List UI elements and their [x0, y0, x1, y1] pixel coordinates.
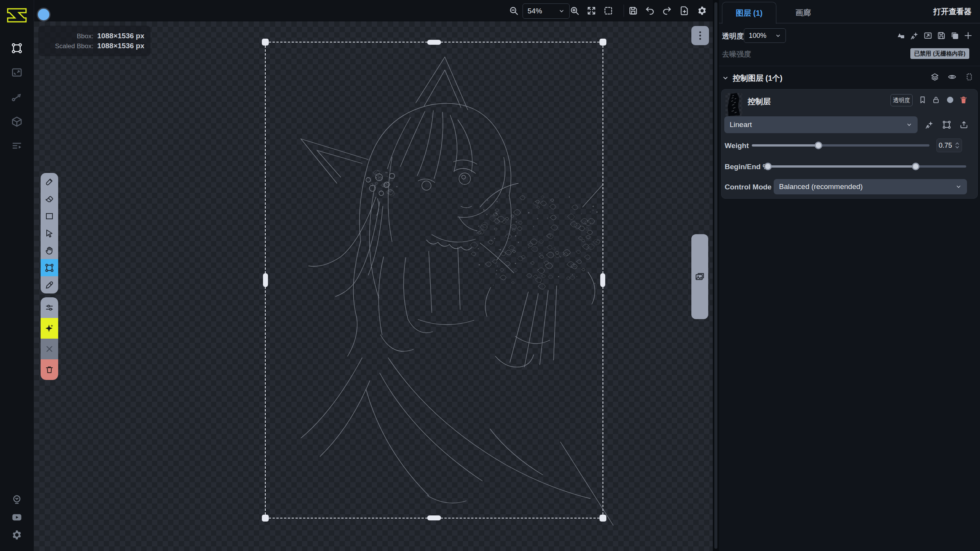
gallery-toggle-handle[interactable]	[691, 234, 708, 319]
duplicate-layer-icon[interactable]	[950, 31, 959, 40]
begin-end-label: Begin/End %	[725, 163, 769, 171]
bbox-tool-selected[interactable]	[41, 259, 58, 276]
nav-queue-tab[interactable]	[8, 138, 25, 155]
control-mode-select[interactable]: Balanced (recommended)	[774, 179, 967, 194]
move-tool[interactable]	[41, 225, 58, 242]
layers-stack-icon[interactable]	[931, 73, 939, 81]
redo-icon[interactable]	[662, 6, 672, 16]
opacity-label: 透明度	[722, 31, 744, 41]
chevron-down-icon	[559, 8, 565, 14]
color-indicator-circle[interactable]	[946, 96, 954, 104]
rect-tool[interactable]	[41, 207, 58, 225]
pan-hand-tool[interactable]	[41, 242, 58, 259]
control-model-select[interactable]: Lineart	[724, 116, 918, 133]
denoise-row: 去噪强度 已禁用 (无栅格内容)	[722, 48, 977, 61]
zoom-out-icon[interactable]	[509, 6, 519, 16]
zoom-in-icon[interactable]	[570, 6, 580, 16]
fit-bbox-icon[interactable]	[603, 6, 613, 16]
undo-icon[interactable]	[645, 6, 655, 16]
fit-to-view-icon[interactable]	[586, 6, 596, 16]
canvas-area[interactable]: Bbox: 1088×1536 px Scaled Bbox: 1088×153…	[34, 21, 713, 551]
chevron-down-icon	[722, 75, 729, 82]
canvas-settings-gear-icon[interactable]	[697, 6, 707, 16]
open-viewer-button[interactable]: 打开查看器	[933, 0, 972, 23]
process-filter-icon[interactable]	[925, 120, 934, 129]
toolbar-divider	[624, 5, 624, 17]
delete-layer-icon[interactable]	[959, 96, 968, 104]
bbox-handle-top[interactable]	[427, 40, 441, 45]
tab-gallery-label: 画廊	[795, 8, 811, 18]
generation-bbox[interactable]	[265, 42, 603, 518]
weight-value: 0.75	[937, 142, 954, 150]
zoom-level-value: 54%	[528, 7, 542, 15]
nav-models-tab[interactable]	[8, 113, 25, 130]
bbox-handle-top-right[interactable]	[599, 39, 606, 46]
nav-workflows-tab[interactable]	[8, 89, 25, 106]
weight-value-box[interactable]: 0.75	[936, 139, 962, 152]
nav-canvas-tab[interactable]	[8, 40, 25, 57]
eraser-tool[interactable]	[41, 190, 58, 207]
bbox-label: Bbox:	[77, 33, 93, 40]
end-thumb[interactable]	[912, 163, 920, 170]
begin-end-slider[interactable]	[768, 165, 966, 168]
add-layer-icon[interactable]	[964, 31, 973, 40]
kebab-dots-icon	[696, 31, 704, 41]
nav-upscaling-tab[interactable]	[8, 64, 25, 81]
delete-button[interactable]	[41, 359, 58, 380]
canvas-toolbar: 54%	[34, 0, 713, 21]
tab-layers-label: 图层 (1)	[736, 8, 763, 18]
fit-layer-frame-icon[interactable]	[965, 73, 973, 81]
denoise-disabled-badge: 已禁用 (无栅格内容)	[910, 48, 969, 59]
support-bulb-icon[interactable]	[8, 491, 25, 508]
bbox-value: 1088×1536 px	[97, 32, 144, 40]
crop-to-bbox-icon[interactable]	[923, 31, 933, 40]
right-panel: 图层 (1) 画廊 打开查看器 透明度 100% 去噪	[719, 0, 980, 551]
tab-gallery[interactable]: 画廊	[780, 2, 826, 23]
filter-settings-tool[interactable]	[41, 297, 58, 318]
bbox-handle-top-left[interactable]	[262, 39, 269, 46]
save-canvas-icon[interactable]	[628, 6, 638, 16]
tool-column	[41, 173, 58, 293]
scaled-bbox-label: Scaled Bbox:	[55, 42, 93, 50]
merge-shapes-icon[interactable]	[897, 31, 906, 40]
visibility-eye-icon[interactable]	[948, 73, 956, 81]
invoke-generate-button[interactable]	[41, 318, 58, 339]
bbox-handle-bottom-right[interactable]	[599, 515, 606, 522]
video-tutorials-icon[interactable]	[8, 509, 25, 526]
opacity-value: 100%	[749, 32, 766, 40]
layer-thumbnail[interactable]	[725, 93, 742, 116]
export-upload-icon[interactable]	[959, 120, 969, 129]
chevron-down-icon	[956, 184, 962, 190]
new-canvas-icon[interactable]	[679, 6, 689, 16]
zoom-level-select[interactable]: 54%	[523, 3, 570, 19]
opacity-select[interactable]: 100%	[744, 28, 786, 43]
lineart-drawing	[266, 42, 604, 519]
settings-gear-icon[interactable]	[8, 527, 25, 543]
weight-slider[interactable]	[752, 144, 929, 147]
filter-star-icon[interactable]	[910, 31, 919, 40]
weight-slider-thumb[interactable]	[815, 142, 822, 149]
canvas-menu-button[interactable]	[691, 26, 709, 45]
control-layer-card[interactable]: 控制层 透明度 Lineart Weight	[721, 89, 978, 199]
cancel-button[interactable]	[41, 339, 58, 359]
chevron-down-icon	[775, 33, 781, 39]
open-viewer-label: 打开查看器	[933, 7, 972, 17]
save-layer-icon[interactable]	[937, 31, 946, 40]
bbox-info-overlay: Bbox: 1088×1536 px Scaled Bbox: 1088×153…	[38, 26, 150, 56]
eyedropper-tool[interactable]	[41, 276, 58, 293]
unlock-icon[interactable]	[932, 96, 940, 104]
weight-stepper[interactable]	[954, 142, 962, 149]
bookmark-icon[interactable]	[918, 96, 927, 104]
bbox-handle-right[interactable]	[600, 273, 605, 287]
layer-opacity-chip[interactable]: 透明度	[890, 94, 913, 106]
fit-bbox-frame-icon[interactable]	[942, 120, 951, 129]
brush-tool[interactable]	[41, 173, 58, 190]
global-opacity-row: 透明度 100%	[722, 28, 977, 44]
queue-status-dot	[37, 8, 51, 21]
bbox-handle-left[interactable]	[263, 273, 268, 287]
tab-layers[interactable]: 图层 (1)	[722, 2, 776, 24]
section-divider	[719, 66, 980, 66]
bbox-handle-bottom[interactable]	[427, 515, 441, 520]
begin-thumb[interactable]	[764, 163, 772, 170]
bbox-handle-bottom-left[interactable]	[262, 515, 269, 522]
